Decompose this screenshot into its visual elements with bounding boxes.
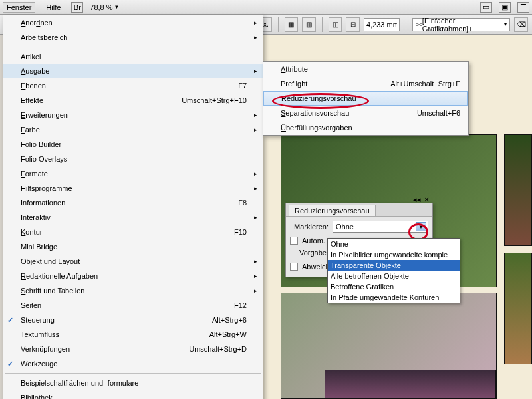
dd-betroffene-grafiken[interactable]: Betroffene Grafiken xyxy=(328,281,460,292)
dd-ohne[interactable]: Ohne xyxy=(328,239,460,249)
mi-steuerung[interactable]: ✓SteuerungAlt+Strg+6 xyxy=(3,313,263,327)
mi-artikel[interactable]: Artikel xyxy=(3,49,263,64)
dd-pfade[interactable]: In Pfade umgewandelte Konturen xyxy=(328,292,460,303)
panel-tab[interactable]: Reduzierungsvorschau xyxy=(289,205,376,216)
object-style-select[interactable]: ⫘ [Einfacher Grafikrahmen]+ ▾ xyxy=(412,18,511,31)
mi-verknuepfungen[interactable]: VerknüpfungenUmschalt+Strg+D xyxy=(3,342,263,356)
stroke-icon[interactable]: ⊟ xyxy=(346,17,360,32)
mi-kontur[interactable]: KonturF10 xyxy=(3,225,263,239)
mi-textumfluss[interactable]: TextumflussAlt+Strg+W xyxy=(3,327,263,342)
text-wrap-icon[interactable]: ▦ xyxy=(285,17,299,32)
autom-label: Autom. xyxy=(302,237,325,245)
mi-bibliothek[interactable]: Bibliothek xyxy=(3,390,263,399)
ausgabe-submenu: Attribute PreflightAlt+Umschalt+Strg+F R… xyxy=(263,61,469,136)
smi-separationsvorschau[interactable]: SeparationsvorschauUmschalt+F6 xyxy=(263,106,468,120)
mi-hilfsprogramme[interactable]: Hilfsprogramme▸ xyxy=(3,181,263,196)
smi-reduzierungsvorschau[interactable]: Reduzierungsvorschau xyxy=(263,91,468,106)
placed-image[interactable] xyxy=(504,253,532,364)
clear-override-icon[interactable]: ⌫ xyxy=(514,17,528,32)
dd-transparente[interactable]: Transparente Objekte xyxy=(328,260,460,271)
mi-foliobuilder[interactable]: Folio Builder xyxy=(3,137,263,152)
dropdown-arrow-icon[interactable]: ▼ xyxy=(416,222,426,231)
fenster-menu: Anordnen▸ Arbeitsbereich▸ Artikel Ausgab… xyxy=(3,15,263,399)
chain-icon: ⫘ xyxy=(416,21,422,28)
mi-schrift[interactable]: Schrift und Tabellen▸ xyxy=(3,283,263,298)
abweich-checkbox[interactable] xyxy=(290,263,298,271)
text-wrap2-icon[interactable]: ▥ xyxy=(302,17,316,32)
smi-preflight[interactable]: PreflightAlt+Umschalt+Strg+F xyxy=(263,76,468,91)
mi-ebenen[interactable]: EbenenF7 xyxy=(3,78,263,93)
mi-foliooverlays[interactable]: Folio Overlays xyxy=(3,152,263,166)
mi-seiten[interactable]: SeitenF12 xyxy=(3,298,263,313)
mi-interaktiv[interactable]: Interaktiv▸ xyxy=(3,210,263,225)
menu-fenster[interactable]: Fenster xyxy=(3,2,35,13)
mi-effekte[interactable]: EffekteUmschalt+Strg+F10 xyxy=(3,93,263,108)
mi-beispiel[interactable]: Beispielschaltflächen und -formulare xyxy=(3,376,263,390)
bridge-icon[interactable]: Br xyxy=(71,2,83,13)
zoom-level[interactable]: 78,8 %▼ xyxy=(90,3,119,11)
screen-mode-icon[interactable]: ▭ xyxy=(480,2,492,13)
autom-checkbox[interactable] xyxy=(290,237,298,245)
menu-hilfe[interactable]: Hilfe xyxy=(42,2,65,13)
smi-attribute[interactable]: Attribute xyxy=(263,62,468,76)
arrange-icon[interactable]: ☰ xyxy=(517,2,529,13)
dd-pixelbilder[interactable]: In Pixelbilder umgewandelte komple xyxy=(328,249,460,260)
mi-arbeitsbereich[interactable]: Arbeitsbereich▸ xyxy=(3,30,263,45)
mi-objektlayout[interactable]: Objekt und Layout▸ xyxy=(3,254,263,269)
crop-icon[interactable]: ◫ xyxy=(329,17,342,32)
mi-erweiterungen[interactable]: Erweiterungen▸ xyxy=(3,108,263,122)
mi-formate[interactable]: Formate▸ xyxy=(3,166,263,181)
placed-image[interactable] xyxy=(325,370,496,399)
view-icon[interactable]: ▣ xyxy=(499,2,511,13)
mi-anordnen[interactable]: Anordnen▸ xyxy=(3,15,263,30)
dd-betroffene-objekte[interactable]: Alle betroffenen Objekte xyxy=(328,271,460,281)
menubar: Fenster Hilfe Br 78,8 %▼ ▭ ▣ ☰ xyxy=(0,0,532,15)
stroke-weight-field[interactable] xyxy=(364,18,400,31)
mi-informationen[interactable]: InformationenF8 xyxy=(3,196,263,210)
mi-ausgabe[interactable]: Ausgabe▸ xyxy=(3,64,263,78)
markieren-select[interactable]: Ohne▼ xyxy=(332,221,428,233)
markieren-label: Markieren: xyxy=(290,223,329,231)
mi-redaktionell[interactable]: Redaktionelle Aufgaben▸ xyxy=(3,269,263,283)
mi-minibridge[interactable]: Mini Bridge xyxy=(3,239,263,254)
mi-farbe[interactable]: Farbe▸ xyxy=(3,122,263,137)
abweich-label: Abweich xyxy=(302,263,330,271)
placed-image[interactable] xyxy=(504,134,532,246)
vorgabe-label: Vorgabe: xyxy=(290,249,329,257)
smi-ueberfuellungsvorgaben[interactable]: Überfüllungsvorgaben xyxy=(263,120,468,135)
mi-werkzeuge[interactable]: ✓Werkzeuge xyxy=(3,356,263,371)
markieren-dropdown: Ohne In Pixelbilder umgewandelte komple … xyxy=(327,238,460,303)
